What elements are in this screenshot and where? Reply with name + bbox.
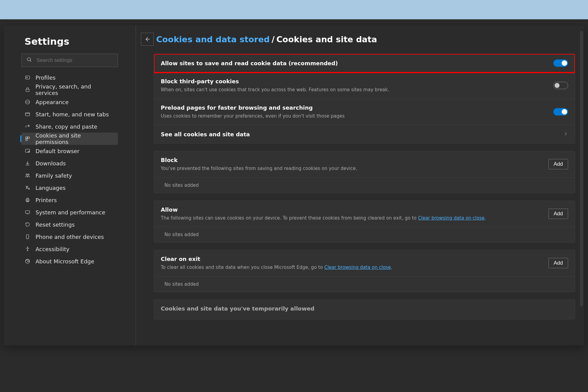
sidebar-item-label: Languages <box>36 185 66 191</box>
svg-rect-9 <box>28 137 29 138</box>
search-input-container[interactable] <box>21 54 118 67</box>
sidebar-item-label: Family safety <box>36 172 72 179</box>
svg-rect-4 <box>26 89 29 92</box>
block-third-toggle[interactable] <box>553 82 568 89</box>
accessibility-icon <box>23 246 32 252</box>
sidebar-item-profiles[interactable]: Profiles <box>21 71 118 84</box>
sidebar-item-label: System and performance <box>36 209 105 216</box>
sidebar-item-label: About Microsoft Edge <box>36 258 94 265</box>
sidebar-item-label: Phone and other devices <box>36 234 104 240</box>
svg-point-0 <box>27 58 31 61</box>
block-add-button[interactable]: Add <box>548 159 568 169</box>
sidebar-item-label: Appearance <box>36 99 69 105</box>
sidebar-item-label: Profiles <box>36 74 55 81</box>
allow-header-row: Allow The following sites can save cooki… <box>154 201 575 227</box>
cookie-options-panel: Allow sites to save and read cookie data… <box>154 54 575 144</box>
sidebar-item-family[interactable]: Family safety <box>21 169 118 182</box>
svg-rect-10 <box>26 139 27 141</box>
allow-cookies-toggle[interactable] <box>553 59 568 67</box>
sidebar-item-start[interactable]: Start, home, and new tabs <box>21 108 118 120</box>
search-icon <box>22 57 36 64</box>
svg-rect-8 <box>26 137 27 138</box>
browser-icon <box>23 148 32 154</box>
sidebar-item-label: Accessibility <box>36 246 70 252</box>
allow-cookies-row: Allow sites to save and read cookie data… <box>154 54 575 73</box>
sidebar-item-system[interactable]: System and performance <box>21 206 118 218</box>
block-title: Block <box>161 157 548 163</box>
svg-point-13 <box>26 174 28 175</box>
content-scrollbar[interactable] <box>580 31 583 307</box>
clear-desc-post: . <box>391 265 392 270</box>
breadcrumb-link[interactable]: Cookies and data stored <box>156 35 270 44</box>
block-third-desc: When on, sites can't use cookies that tr… <box>161 87 553 93</box>
share-icon <box>23 124 32 129</box>
allow-title: Allow <box>161 206 548 213</box>
clear-desc: To clear all cookies and site data when … <box>161 265 548 271</box>
clear-title: Clear on exit <box>161 256 548 262</box>
temp-allowed-title: Cookies and site data you've temporarily… <box>161 305 568 312</box>
block-header-row: Block You've prevented the following sit… <box>154 151 575 178</box>
back-arrow-icon <box>144 36 151 43</box>
sidebar-item-downloads[interactable]: Downloads <box>21 157 118 169</box>
sidebar-item-label: Downloads <box>36 160 66 167</box>
allow-desc-pre: The following sites can save cookies on … <box>161 215 418 221</box>
preload-toggle[interactable] <box>553 108 568 115</box>
sidebar-item-phone[interactable]: Phone and other devices <box>21 231 118 243</box>
sidebar: Settings Profiles Privacy, search, and s… <box>4 25 136 345</box>
svg-rect-16 <box>27 198 28 199</box>
sidebar-item-label: Share, copy and paste <box>36 123 97 130</box>
sidebar-item-appearance[interactable]: Appearance <box>21 96 118 108</box>
sidebar-item-about[interactable]: About Microsoft Edge <box>21 255 118 267</box>
block-third-title: Block third-party cookies <box>161 78 553 85</box>
language-icon <box>23 185 32 190</box>
svg-rect-6 <box>25 113 30 116</box>
breadcrumb-current: Cookies and site data <box>277 35 377 44</box>
block-third-party-row: Block third-party cookies When on, sites… <box>154 73 575 99</box>
sidebar-item-printers[interactable]: Printers <box>21 194 118 206</box>
sidebar-item-reset[interactable]: Reset settings <box>21 218 118 231</box>
see-all-title: See all cookies and site data <box>161 131 563 138</box>
allow-section: Allow The following sites can save cooki… <box>154 201 575 243</box>
svg-rect-11 <box>25 149 30 153</box>
temp-allowed-section: Cookies and site data you've temporarily… <box>154 300 575 319</box>
svg-rect-18 <box>25 211 30 213</box>
search-input[interactable] <box>36 57 118 63</box>
download-icon <box>23 160 32 166</box>
sidebar-item-privacy[interactable]: Privacy, search, and services <box>21 84 118 96</box>
edge-icon <box>23 258 32 264</box>
see-all-cookies-row[interactable]: See all cookies and site data <box>154 125 575 143</box>
sidebar-item-label: Printers <box>36 197 57 203</box>
sidebar-item-label: Cookies and site permissions <box>36 132 115 145</box>
screenshot-viewport: Settings Profiles Privacy, search, and s… <box>0 0 588 392</box>
sidebar-item-label: Reset settings <box>36 221 75 228</box>
sidebar-item-label: Privacy, search, and services <box>36 83 115 96</box>
back-button[interactable] <box>141 33 154 46</box>
sidebar-item-default-browser[interactable]: Default browser <box>21 145 118 157</box>
svg-point-3 <box>26 77 27 78</box>
sidebar-item-label: Default browser <box>36 148 80 154</box>
svg-line-1 <box>30 60 31 62</box>
clear-add-button[interactable]: Add <box>548 258 568 268</box>
breadcrumb-sep: / <box>272 35 275 44</box>
allow-desc-link[interactable]: Clear browsing data on close <box>418 215 484 221</box>
svg-point-14 <box>28 174 29 175</box>
settings-heading: Settings <box>21 36 118 47</box>
sidebar-item-accessibility[interactable]: Accessibility <box>21 243 118 255</box>
reset-icon <box>23 222 32 227</box>
clear-desc-pre: To clear all cookies and site data when … <box>161 265 324 270</box>
allow-empty: No sites added <box>154 227 575 242</box>
sidebar-item-languages[interactable]: Languages <box>21 182 118 194</box>
svg-rect-2 <box>25 76 30 79</box>
block-empty: No sites added <box>154 178 575 193</box>
svg-point-21 <box>27 247 28 248</box>
clear-desc-link[interactable]: Clear browsing data on close <box>324 265 391 270</box>
tabs-icon <box>23 111 32 117</box>
clear-on-exit-section: Clear on exit To clear all cookies and s… <box>154 250 575 292</box>
main-content: Cookies and data stored / Cookies and si… <box>136 25 584 345</box>
sidebar-item-share[interactable]: Share, copy and paste <box>21 120 118 133</box>
lock-icon <box>23 87 32 92</box>
sidebar-item-cookies[interactable]: Cookies and site permissions <box>21 133 118 145</box>
chevron-right-icon <box>563 130 568 138</box>
allow-add-button[interactable]: Add <box>548 209 568 219</box>
sidebar-nav: Profiles Privacy, search, and services A… <box>21 71 118 267</box>
